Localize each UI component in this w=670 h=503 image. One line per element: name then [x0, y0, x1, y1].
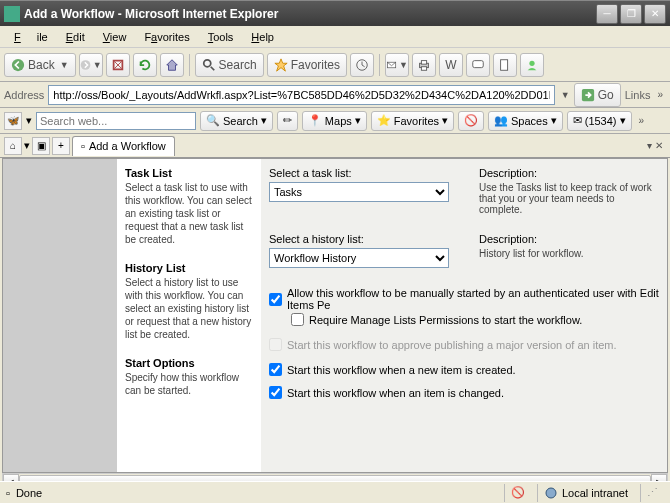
tab-bar: ⌂ ▾ ▣ + ▫ Add a Workflow ▾ ✕: [0, 134, 670, 158]
favorites-label: Favorites: [291, 58, 340, 72]
opt-require-manage-checkbox[interactable]: [291, 313, 304, 326]
favs-button[interactable]: ⭐ Favorites ▾: [371, 111, 454, 131]
section-descriptions: Task List Select a task list to use with…: [117, 159, 261, 472]
historylist-desc: Select a history list to use with this w…: [125, 276, 253, 341]
history-button[interactable]: [350, 53, 374, 77]
stop-button[interactable]: [106, 53, 130, 77]
print-icon: [417, 58, 431, 72]
address-dropdown[interactable]: ▼: [561, 90, 570, 100]
messenger-button[interactable]: [520, 53, 544, 77]
highlight-button[interactable]: ✏: [277, 111, 298, 131]
spaces-button[interactable]: 👥 Spaces ▾: [488, 111, 563, 131]
maximize-button[interactable]: ❐: [620, 4, 642, 24]
discuss-button[interactable]: [466, 53, 490, 77]
left-nav-placeholder: [3, 159, 117, 472]
maps-button[interactable]: 📍 Maps ▾: [302, 111, 367, 131]
menu-favorites[interactable]: Favorites: [136, 29, 197, 45]
tab-add-workflow[interactable]: ▫ Add a Workflow: [72, 136, 175, 156]
maps-label: Maps: [325, 115, 352, 127]
svg-rect-9: [473, 60, 484, 67]
menu-bar: File Edit View Favorites Tools Help: [0, 26, 670, 48]
historylist-desc-label: Description:: [479, 233, 659, 245]
menu-tools[interactable]: Tools: [200, 29, 242, 45]
tab-overflow[interactable]: ▾ ✕: [644, 140, 666, 151]
svg-point-1: [80, 60, 90, 70]
opt-new-item-checkbox[interactable]: [269, 363, 282, 376]
opt-manual-start-label: Allow this workflow to be manually start…: [287, 287, 659, 311]
window-title: Add a Workflow - Microsoft Internet Expl…: [24, 7, 596, 21]
go-arrow-icon: [581, 88, 595, 102]
opt-new-item-label: Start this workflow when a new item is c…: [287, 364, 516, 376]
resize-grip[interactable]: ⋰: [640, 484, 664, 502]
tasklist-desc-text: Use the Tasks list to keep track of work…: [479, 182, 659, 215]
tab-new-button[interactable]: +: [52, 137, 70, 155]
tab-home-icon[interactable]: ⌂: [4, 137, 22, 155]
go-button[interactable]: Go: [574, 83, 621, 107]
window-titlebar: Add a Workflow - Microsoft Internet Expl…: [0, 0, 670, 26]
menu-help[interactable]: Help: [243, 29, 282, 45]
home-button[interactable]: [160, 53, 184, 77]
opt-item-changed-label: Start this workflow when an item is chan…: [287, 387, 504, 399]
links-label[interactable]: Links: [625, 89, 651, 101]
address-label: Address: [4, 89, 44, 101]
favorites-button[interactable]: Favorites: [267, 53, 347, 77]
content-area: Task List Select a task list to use with…: [2, 158, 668, 473]
forward-button[interactable]: ▼: [79, 53, 103, 77]
svg-rect-7: [421, 60, 426, 64]
opt-approve-publish-checkbox: [269, 338, 282, 351]
search-toolbar: 🦋 ▾ 🔍 Search ▾ ✏ 📍 Maps ▾ ⭐ Favorites ▾ …: [0, 108, 670, 134]
svg-point-13: [546, 488, 556, 498]
mail-icon: [386, 58, 397, 72]
address-bar: Address ▼ Go Links »: [0, 82, 670, 108]
search-web-label: Search: [223, 115, 258, 127]
msn-icon[interactable]: 🦋: [4, 112, 22, 130]
star-icon: [274, 58, 288, 72]
search-label: Search: [219, 58, 257, 72]
historylist-select-label: Select a history list:: [269, 233, 469, 245]
word-button[interactable]: W: [439, 53, 463, 77]
refresh-button[interactable]: [133, 53, 157, 77]
menu-file[interactable]: File: [6, 29, 56, 45]
tasklist-select[interactable]: Tasks: [269, 182, 449, 202]
favs-label: Favorites: [394, 115, 439, 127]
tab-pin-icon[interactable]: ▣: [32, 137, 50, 155]
startoptions-heading: Start Options: [125, 357, 253, 369]
svg-point-0: [12, 58, 24, 70]
opt-manual-start-checkbox[interactable]: [269, 293, 282, 306]
status-popup-pane: 🚫: [504, 484, 531, 502]
block-button[interactable]: 🚫: [458, 111, 484, 131]
search-overflow[interactable]: »: [636, 115, 648, 126]
status-done: Done: [16, 487, 42, 499]
nav-toolbar: Back ▼ ▼ Search Favorites ▼ W: [0, 48, 670, 82]
svg-rect-8: [421, 66, 426, 70]
close-button[interactable]: ✕: [644, 4, 666, 24]
status-zone-pane: Local intranet: [537, 484, 634, 502]
ie-icon: [4, 6, 20, 22]
search-web-input[interactable]: [36, 112, 196, 130]
refresh-icon: [138, 58, 152, 72]
links-chevron[interactable]: »: [654, 89, 666, 100]
tasklist-select-label: Select a task list:: [269, 167, 469, 179]
status-page-icon: ▫: [6, 487, 10, 499]
back-arrow-icon: [11, 58, 25, 72]
menu-view[interactable]: View: [95, 29, 135, 45]
historylist-select[interactable]: Workflow History: [269, 248, 449, 268]
back-button[interactable]: Back ▼: [4, 53, 76, 77]
opt-item-changed-checkbox[interactable]: [269, 386, 282, 399]
menu-edit[interactable]: Edit: [58, 29, 93, 45]
print-button[interactable]: [412, 53, 436, 77]
minimize-button[interactable]: ─: [596, 4, 618, 24]
tasklist-desc-label: Description:: [479, 167, 659, 179]
mail-count-button[interactable]: ✉ (1534) ▾: [567, 111, 632, 131]
status-zone: Local intranet: [562, 487, 628, 499]
address-input[interactable]: [48, 85, 554, 105]
status-bar: ▫ Done 🚫 Local intranet ⋰: [0, 481, 670, 503]
search-button[interactable]: Search: [195, 53, 264, 77]
search-icon: [202, 58, 216, 72]
startoptions-desc: Specify how this workflow can be started…: [125, 371, 253, 397]
research-button[interactable]: [493, 53, 517, 77]
search-web-button[interactable]: 🔍 Search ▾: [200, 111, 273, 131]
svg-point-11: [529, 60, 534, 65]
mail-button[interactable]: ▼: [385, 53, 409, 77]
spaces-label: Spaces: [511, 115, 548, 127]
